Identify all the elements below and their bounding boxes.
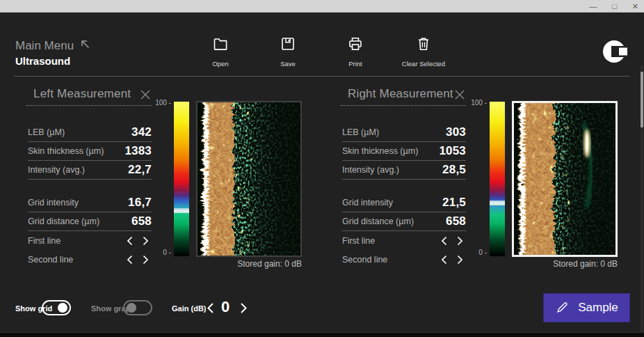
trash-icon	[415, 36, 432, 52]
intensity-colorbar	[490, 102, 505, 256]
window-bottom-edge	[0, 332, 644, 337]
row-label: LEB (µM)	[28, 127, 65, 137]
toggle-knob	[58, 303, 67, 313]
row-label: Skin thickness (µm)	[342, 146, 418, 156]
gain-decrease-button[interactable]	[204, 301, 216, 314]
sample-button[interactable]: Sample	[544, 294, 629, 322]
row-label: First line	[28, 236, 61, 246]
row-label: Grid distance (µm)	[28, 217, 99, 226]
first-line-next-button[interactable]	[140, 235, 150, 246]
measurement-row-grid-distance: Grid distance (µm) 658	[342, 212, 466, 231]
second-line-prev-button[interactable]	[124, 254, 134, 265]
row-label: Second line	[342, 255, 387, 265]
left-panel-title: Left Measurement	[26, 87, 131, 100]
scrollbar-thumb[interactable]	[641, 72, 643, 127]
page-title: Ultrasound	[15, 55, 70, 67]
row-value: 16,7	[128, 196, 152, 210]
show-graph-toggle[interactable]	[123, 300, 152, 315]
right-measurement-panel: Right Measurement LEB (µM) 303 Skin thic…	[341, 87, 466, 106]
header-divider	[14, 76, 630, 77]
window-maximize-button[interactable]: □	[612, 3, 617, 10]
first-line-prev-button[interactable]	[439, 235, 449, 246]
row-value: 658	[446, 214, 466, 228]
measurement-row-intensity: Intensity (avg.) 28,5	[342, 161, 466, 180]
left-measurement-panel: Left Measurement LEB (µM) 342 Skin thick…	[26, 87, 152, 106]
row-value: 1053	[439, 144, 466, 158]
gain-increase-button[interactable]	[238, 301, 249, 314]
brand-logo-icon	[602, 38, 631, 65]
first-line-row: First line	[342, 231, 466, 250]
save-icon	[280, 36, 296, 52]
row-label: Grid distance (µm)	[342, 217, 414, 226]
print-label: Print	[348, 60, 362, 68]
first-line-row: First line	[28, 231, 152, 250]
row-value: 1383	[124, 144, 152, 158]
print-button[interactable]: Print	[331, 36, 380, 68]
scale-min-label: 0 -	[456, 249, 487, 256]
measurement-row-intensity: Intensity (avg.) 22,7	[28, 161, 152, 180]
folder-icon	[212, 36, 229, 52]
save-button[interactable]: Save	[264, 36, 312, 68]
row-value: 28,5	[442, 163, 466, 177]
measurement-row-grid-distance: Grid distance (µm) 658	[28, 212, 152, 231]
second-line-row: Second line	[28, 250, 152, 269]
row-label: First line	[342, 236, 375, 246]
first-line-prev-button[interactable]	[124, 235, 134, 246]
scale-min-label: 0 -	[140, 249, 171, 256]
show-grid-toggle[interactable]	[42, 300, 71, 315]
gain-value: 0	[216, 298, 235, 316]
save-label: Save	[280, 60, 296, 68]
row-value: 21,5	[442, 196, 466, 210]
colorbar-marker	[174, 208, 189, 213]
row-label: Skin thickness (µm)	[28, 146, 104, 156]
printer-icon	[347, 36, 364, 52]
measurement-row-leb: LEB (µM) 342	[28, 123, 152, 142]
window-titlebar: — □ ✕	[0, 0, 644, 13]
measurement-row-leb: LEB (µM) 303	[342, 123, 466, 142]
row-value: 22,7	[128, 163, 152, 177]
ultrasound-image-left[interactable]	[196, 101, 302, 257]
clear-selected-label: Clear Selected	[402, 60, 445, 68]
sample-label: Sample	[578, 301, 618, 315]
second-line-row: Second line	[342, 250, 466, 269]
measurement-row-grid-intensity: Grid intensity 16,7	[28, 194, 152, 212]
gain-label: Gain (dB)	[172, 304, 207, 313]
row-value: 658	[131, 214, 152, 228]
intensity-colorbar	[174, 102, 189, 256]
window-minimize-button[interactable]: —	[589, 3, 597, 10]
row-value: 342	[131, 125, 152, 139]
app-header: Main Menu Ultrasound Open Save Print	[0, 13, 644, 64]
row-label: Second line	[28, 255, 73, 265]
main-menu-label: Main Menu	[15, 39, 74, 53]
back-arrow-icon	[79, 38, 90, 53]
open-label: Open	[212, 60, 228, 68]
measurement-row-skin-thickness: Skin thickness (µm) 1053	[342, 142, 466, 161]
open-button[interactable]: Open	[196, 36, 245, 68]
row-label: Grid intensity	[28, 198, 79, 207]
row-label: Intensity (avg.)	[342, 165, 399, 175]
colorbar-marker	[490, 201, 505, 205]
toggle-knob	[127, 303, 136, 313]
first-line-next-button[interactable]	[455, 235, 465, 246]
vertical-scrollbar[interactable]	[641, 66, 643, 332]
main-menu-link[interactable]: Main Menu	[15, 38, 90, 53]
window-close-button[interactable]: ✕	[632, 3, 638, 10]
ultrasound-image-right[interactable]	[512, 101, 618, 257]
measurement-row-skin-thickness: Skin thickness (µm) 1383	[28, 142, 152, 161]
scale-max-label: 100 -	[140, 99, 171, 107]
measurement-row-grid-intensity: Grid intensity 21,5	[342, 194, 466, 212]
pencil-icon	[555, 300, 568, 316]
row-label: Grid intensity	[342, 198, 393, 207]
right-panel-title: Right Measurement	[341, 87, 453, 100]
scale-max-label: 100 -	[456, 99, 487, 107]
app-window: — □ ✕ Main Menu Ultrasound Open Save	[0, 0, 644, 337]
stored-gain-label: Stored gain: 0 dB	[512, 259, 618, 269]
second-line-prev-button[interactable]	[439, 254, 449, 265]
row-label: LEB (µM)	[342, 127, 379, 137]
row-value: 303	[446, 125, 466, 139]
stored-gain-label: Stored gain: 0 dB	[196, 259, 302, 269]
row-label: Intensity (avg.)	[28, 165, 85, 175]
clear-selected-button[interactable]: Clear Selected	[389, 36, 458, 68]
